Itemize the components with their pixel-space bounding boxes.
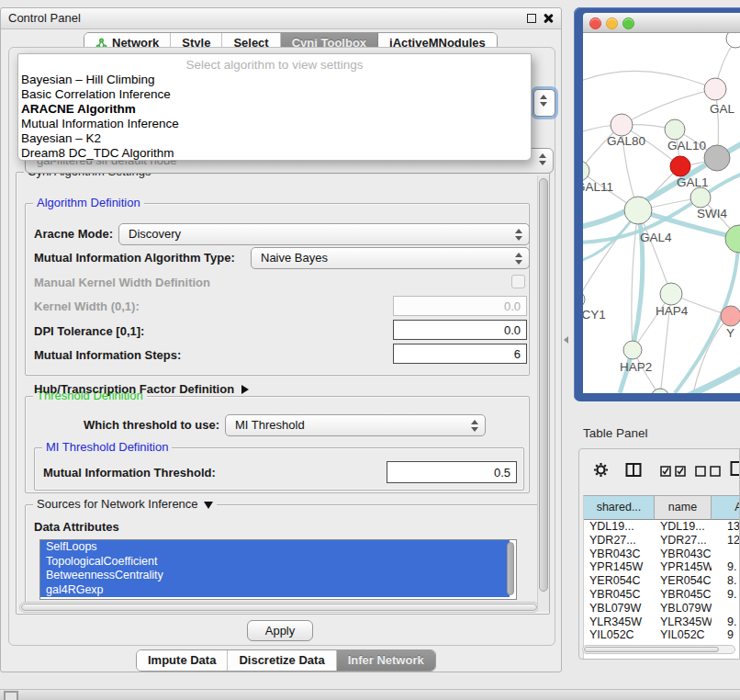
- column-header-a[interactable]: A: [712, 496, 739, 520]
- node-label-gal: GAL: [710, 102, 735, 116]
- table-cell: YLR345W: [655, 615, 712, 629]
- attribute-item-selfloops[interactable]: SelfLoops: [40, 540, 510, 555]
- column-header-name[interactable]: name: [655, 496, 712, 520]
- mi-algorithm-type-combo[interactable]: Naive Bayes: [251, 247, 530, 269]
- scrollbar-thumb[interactable]: [539, 178, 548, 592]
- float-window-icon[interactable]: [527, 14, 536, 23]
- network-node-gal4[interactable]: [624, 197, 652, 224]
- table-row[interactable]: YBL079WYBL079W: [584, 602, 739, 615]
- table-cell: [712, 548, 739, 561]
- table-cell: YIL052C: [584, 628, 655, 642]
- algorithm-option-basic-correlation-inference[interactable]: Basic Correlation Inference: [18, 87, 531, 102]
- tab-discretize-data[interactable]: Discretize Data: [228, 650, 336, 671]
- network-node[interactable]: [726, 33, 740, 48]
- network-node-gcy1[interactable]: [583, 291, 585, 308]
- dpi-tolerance-field[interactable]: [393, 320, 527, 340]
- table-cell: YPR145W: [584, 560, 655, 574]
- unchecked-boxes-icon[interactable]: [695, 466, 721, 477]
- network-node-hap4[interactable]: [660, 283, 682, 305]
- table-row[interactable]: YLR345WYLR345W9.: [584, 615, 739, 629]
- list-scrollbar[interactable]: [507, 542, 514, 595]
- column-header-shared[interactable]: shared...: [584, 496, 655, 520]
- table-cell: 9: [712, 628, 739, 642]
- aracne-mode-combo[interactable]: Discovery: [118, 223, 530, 245]
- hub-definition-toggle[interactable]: Hub/Transcription Factor Definition: [34, 382, 249, 396]
- tab-impute-data[interactable]: Impute Data: [137, 650, 228, 671]
- algorithm-option-aracne-algorithm[interactable]: ARACNE Algorithm: [18, 102, 531, 117]
- table-row[interactable]: YPR145WYPR145W9.: [584, 560, 739, 574]
- manual-kernel-width-checkbox[interactable]: [511, 275, 525, 288]
- table-row[interactable]: YER054CYER054C8.: [584, 574, 739, 588]
- network-node[interactable]: [725, 225, 740, 253]
- algorithm-option-mutual-information-inference[interactable]: Mutual Information Inference: [18, 117, 531, 131]
- network-node-gal11[interactable]: [583, 161, 589, 181]
- hub-definition-label: Hub/Transcription Factor Definition: [34, 382, 234, 396]
- mi-threshold-field[interactable]: [387, 461, 517, 483]
- scrollbar-thumb[interactable]: [21, 604, 537, 611]
- table-cell: 8.: [712, 574, 739, 588]
- gear-icon[interactable]: [593, 462, 609, 478]
- close-traffic-light-icon[interactable]: [589, 17, 601, 29]
- network-node-gal80[interactable]: [611, 114, 633, 136]
- algorithm-definition-title: Algorithm Definition: [33, 196, 144, 209]
- network-view-window: GALGAL80GAL10GAL1GAL11SWI4GAL4GCY1HAP4YH…: [574, 7, 740, 401]
- network-node-y[interactable]: [721, 306, 740, 326]
- scrollbar-thumb[interactable]: [584, 647, 719, 652]
- panel-icon[interactable]: [730, 460, 740, 477]
- settings-vertical-scrollbar[interactable]: [537, 175, 549, 611]
- minimize-traffic-light-icon[interactable]: [606, 17, 618, 29]
- network-node-gal1[interactable]: [670, 156, 690, 176]
- split-pane-collapse-icon[interactable]: [564, 336, 568, 344]
- network-node-gal10[interactable]: [665, 119, 685, 140]
- network-canvas[interactable]: GALGAL80GAL10GAL1GAL11SWI4GAL4GCY1HAP4YH…: [583, 33, 740, 393]
- tab-label: Infer Network: [348, 650, 424, 671]
- tab-infer-network[interactable]: Infer Network: [337, 650, 435, 671]
- collapsed-panel-icon[interactable]: [4, 691, 18, 700]
- table-horizontal-scrollbar[interactable]: [582, 645, 735, 654]
- table-row[interactable]: YIL052CYIL052C9: [584, 628, 739, 642]
- network-window-titlebar[interactable]: [583, 13, 740, 33]
- network-node-hap2[interactable]: [623, 341, 642, 359]
- table-row[interactable]: YBR045CYBR045C9.: [584, 588, 739, 602]
- mi-steps-field[interactable]: [393, 344, 527, 364]
- attribute-item-betweennesscentrality[interactable]: BetweennessCentrality: [40, 569, 510, 583]
- stepper-icon: [471, 419, 478, 433]
- node-label-gal10: GAL10: [667, 139, 706, 152]
- focused-combo-fragment[interactable]: [533, 89, 555, 117]
- node-label-y: Y: [726, 326, 734, 340]
- checked-boxes-icon[interactable]: [660, 466, 686, 477]
- table-body: YDL19...YDL19...13YDR27...YDR27...12YBR0…: [584, 520, 739, 642]
- table-cell: 9.: [712, 588, 739, 602]
- data-attributes-label: Data Attributes: [34, 520, 119, 534]
- network-node[interactable]: [704, 145, 730, 171]
- tab-label: Discretize Data: [239, 650, 324, 671]
- table-row[interactable]: YDL19...YDL19...13: [584, 520, 739, 534]
- algorithm-option-bayesian-hill-climbing[interactable]: Bayesian – Hill Climbing: [18, 73, 531, 87]
- table-cell: YBR045C: [584, 588, 655, 602]
- attribute-item-gal4rgexp[interactable]: gal4RGexp: [40, 583, 510, 598]
- which-threshold-combo[interactable]: MI Threshold: [225, 414, 486, 436]
- table-row[interactable]: YDR27...YDR27...12: [584, 534, 739, 548]
- table-cell: YIL052C: [655, 628, 712, 642]
- apply-button[interactable]: Apply: [247, 620, 313, 641]
- network-node-swi4[interactable]: [690, 187, 711, 208]
- algorithm-popup-list: Bayesian – Hill ClimbingBasic Correlatio…: [18, 73, 531, 161]
- attribute-item-topologicalcoefficient[interactable]: TopologicalCoefficient: [40, 555, 510, 570]
- algorithm-option-dream8-dc-tdc-algorithm[interactable]: Dream8 DC_TDC Algorithm: [18, 146, 531, 161]
- table-row[interactable]: YBR043CYBR043C: [584, 548, 739, 561]
- zoom-traffic-light-icon[interactable]: [622, 17, 634, 29]
- close-icon[interactable]: [543, 13, 553, 23]
- kernel-width-field[interactable]: [393, 296, 527, 316]
- algorithm-option-bayesian-k2[interactable]: Bayesian – K2: [18, 131, 531, 146]
- control-panel-titlebar[interactable]: Control Panel: [1, 8, 561, 29]
- node-label-gcy1: GCY1: [583, 308, 606, 322]
- dpi-tolerance-label: DPI Tolerance [0,1]:: [34, 324, 144, 338]
- sources-title: Sources for Network Inference: [37, 497, 198, 511]
- data-attributes-list[interactable]: SelfLoopsTopologicalCoefficientBetweenne…: [39, 539, 517, 600]
- kernel-width-label: Kernel Width (0,1):: [34, 299, 140, 313]
- split-columns-icon[interactable]: [625, 462, 642, 478]
- network-node-gal[interactable]: [704, 78, 726, 100]
- settings-horizontal-scrollbar[interactable]: [19, 602, 539, 613]
- sources-toggle[interactable]: Sources for Network Inference: [33, 497, 217, 511]
- network-node[interactable]: [651, 389, 669, 393]
